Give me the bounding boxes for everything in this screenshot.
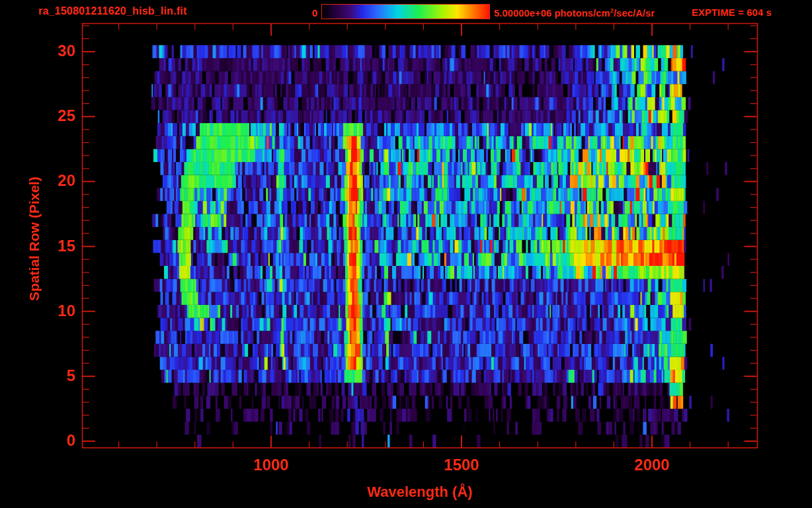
x-tick-label: 1500 bbox=[422, 456, 501, 474]
x-tick-label: 1000 bbox=[231, 456, 311, 474]
y-tick-label: 5 bbox=[29, 366, 75, 385]
x-axis-title: Wavelength (Å) bbox=[288, 484, 552, 501]
x-tick-label: 2000 bbox=[612, 456, 692, 474]
y-axis-title: Spatial Row (Pixel) bbox=[26, 116, 42, 361]
y-tick-label: 0 bbox=[29, 431, 75, 450]
y-tick-label: 30 bbox=[29, 42, 75, 60]
plot-axes bbox=[0, 0, 812, 508]
spectrogram-viewer: ra_150801211620_hisb_lin.fit 0 5.00000e+… bbox=[0, 0, 812, 508]
